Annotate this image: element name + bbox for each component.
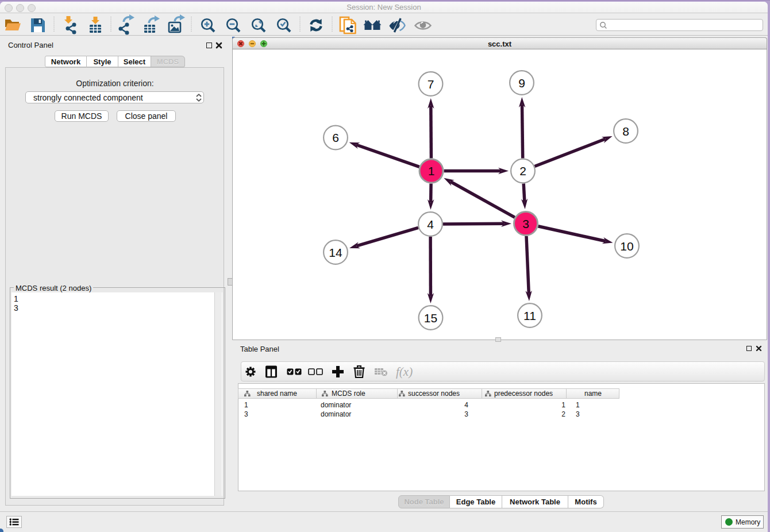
svg-text:1: 1 [428,164,435,178]
svg-text:2: 2 [519,164,526,178]
svg-text:9: 9 [518,76,525,90]
svg-text:15: 15 [424,311,437,325]
svg-text:14: 14 [329,246,342,259]
svg-text:6: 6 [332,131,339,144]
svg-text:3: 3 [522,217,529,230]
svg-text:11: 11 [523,309,536,322]
svg-text:8: 8 [622,125,629,138]
svg-text:f(x): f(x) [396,365,413,379]
svg-text:4: 4 [427,218,434,231]
svg-text:7: 7 [428,78,434,91]
svg-text:10: 10 [620,240,633,253]
